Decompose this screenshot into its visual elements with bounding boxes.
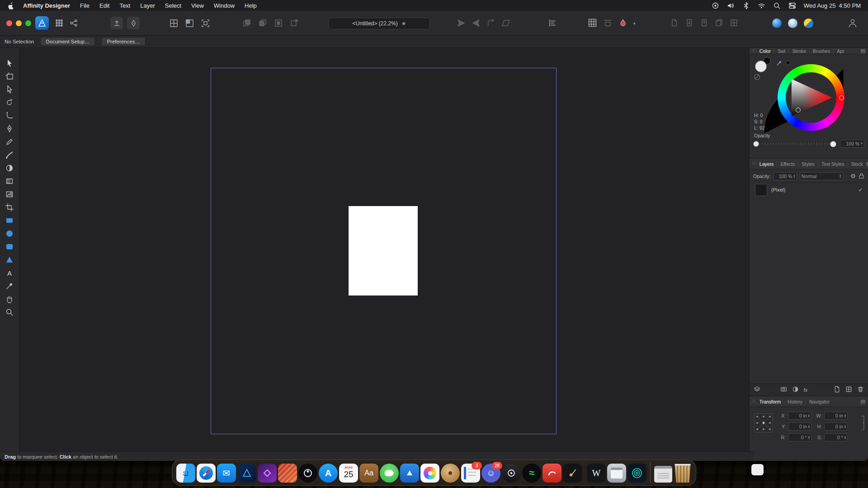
color-triangle[interactable] <box>789 76 833 119</box>
opacity-slider-knob[interactable] <box>830 141 836 147</box>
secondary-color-dot[interactable] <box>786 61 790 65</box>
panel-grip-icon[interactable]: ⠿ <box>752 49 755 53</box>
hue-selector[interactable] <box>839 95 844 100</box>
favorite-star-icon[interactable]: ★ <box>401 20 406 27</box>
spotify-icon[interactable]: ≈ <box>522 464 541 483</box>
guides-icon[interactable] <box>603 18 613 29</box>
insert-on-top-icon[interactable] <box>242 19 251 29</box>
zoom-tool[interactable] <box>4 308 15 317</box>
page-arrow-down-icon[interactable] <box>685 19 693 29</box>
menu-edit[interactable]: Edit <box>99 2 109 9</box>
finder-icon[interactable] <box>176 464 195 483</box>
dictionary-icon[interactable]: Aa <box>359 464 378 483</box>
y-value-box[interactable]: 0 in▴▾ <box>788 422 811 431</box>
tab-swatches[interactable]: Swt <box>774 48 789 54</box>
new-pixel-layer-icon[interactable] <box>845 386 852 394</box>
volume-icon[interactable] <box>727 2 735 9</box>
apple-menu-icon[interactable] <box>7 2 15 9</box>
teal-rings-app-icon[interactable] <box>627 464 646 483</box>
safari-icon[interactable] <box>197 464 216 483</box>
panel-menu-icon[interactable]: ▤ <box>861 48 865 54</box>
spotlight-search-icon[interactable] <box>773 2 781 9</box>
menu-file[interactable]: File <box>80 2 90 9</box>
snapping-candidates-icon[interactable] <box>185 19 194 30</box>
stepper-icon[interactable]: ▴▾ <box>793 174 795 178</box>
tab-color[interactable]: Color <box>756 48 774 54</box>
layer-thumbnail[interactable] <box>755 184 767 196</box>
cursor-left-icon[interactable] <box>472 19 481 29</box>
rotate-handle-icon[interactable] <box>486 19 495 29</box>
artboard-tool[interactable] <box>4 72 15 81</box>
utilities-app-icon[interactable] <box>607 464 626 483</box>
blue-app-icon[interactable] <box>400 464 419 483</box>
saturation-lightness-selector[interactable] <box>796 108 801 113</box>
ellipse-tool[interactable] <box>4 229 15 238</box>
tab-appearance[interactable]: Apr <box>833 48 847 54</box>
obs-icon[interactable] <box>298 464 317 483</box>
menu-layer[interactable]: Layer <box>140 2 155 9</box>
wifi-icon[interactable] <box>758 2 765 9</box>
triangle-tool[interactable] <box>4 255 15 264</box>
tan-circle-app-icon[interactable] <box>441 464 460 483</box>
music-app-icon[interactable] <box>563 464 582 483</box>
color-cycle-icon[interactable] <box>618 19 627 29</box>
link-dimensions-icon[interactable] <box>861 415 865 431</box>
x-value-box[interactable]: 0 in▴▾ <box>788 412 811 420</box>
mask-layer-icon[interactable] <box>780 386 787 394</box>
pencil-tool[interactable] <box>4 137 15 146</box>
opacity-slider[interactable] <box>762 143 837 145</box>
layer-visibility-checkbox[interactable]: ✓ <box>859 187 863 193</box>
podcasts-icon[interactable] <box>502 464 521 483</box>
move-tool[interactable] <box>4 59 15 68</box>
replace-selection-icon[interactable] <box>290 19 299 29</box>
node-tool[interactable] <box>4 85 15 94</box>
zoom-window-button[interactable] <box>25 20 31 26</box>
w-value-box[interactable]: 0 in▴▾ <box>824 412 848 420</box>
anchor-point-selector[interactable] <box>754 413 773 432</box>
control-center-icon[interactable] <box>788 2 796 9</box>
adjustment-layer-icon[interactable] <box>792 386 799 394</box>
h-value-box[interactable]: 0 in▴▾ <box>824 422 848 431</box>
snapping-bounds-icon[interactable] <box>201 19 210 30</box>
affinity-publisher-icon[interactable] <box>278 464 297 483</box>
document-title[interactable]: <Untitled> (22.2%) ★ <box>329 18 430 29</box>
cursor-right-icon[interactable] <box>457 19 466 29</box>
page-grid-icon[interactable] <box>730 19 738 29</box>
photos-icon[interactable] <box>420 464 439 483</box>
rounded-rectangle-tool[interactable] <box>4 242 15 251</box>
red-app-icon[interactable] <box>542 464 561 483</box>
tab-navigator[interactable]: Navigator <box>806 399 833 404</box>
panel-menu-icon[interactable]: ▤ <box>861 399 865 404</box>
insert-behind-icon[interactable] <box>258 19 267 29</box>
opacity-value-box[interactable]: 100 % ▾ <box>840 140 864 148</box>
canvas-area[interactable] <box>19 48 749 461</box>
delete-layer-trash-icon[interactable] <box>857 386 864 394</box>
persona-grid-icon[interactable] <box>55 19 63 29</box>
vector-brush-tool[interactable] <box>4 150 15 160</box>
place-image-tool[interactable] <box>4 190 15 199</box>
account-person-icon[interactable] <box>847 18 858 30</box>
tab-transform[interactable]: Transform <box>756 399 784 404</box>
new-layer-icon[interactable] <box>834 386 840 394</box>
stepper-icon[interactable]: ▴▾ <box>840 174 841 178</box>
layer-effects-button[interactable]: fx <box>804 387 808 393</box>
view-hand-tool[interactable] <box>4 295 15 304</box>
pixel-persona-icon[interactable] <box>127 17 140 29</box>
tab-history[interactable]: History <box>784 399 806 404</box>
grid-toggle-icon[interactable] <box>588 18 597 29</box>
menu-text[interactable]: Text <box>119 2 130 9</box>
swap-colors-icon[interactable] <box>750 166 868 174</box>
fill-tool[interactable] <box>4 164 15 173</box>
trash-icon[interactable] <box>674 464 692 483</box>
discord-icon[interactable]: ☺ 28 <box>481 464 500 483</box>
menu-view[interactable]: View <box>191 2 204 9</box>
menu-window[interactable]: Window <box>214 2 235 9</box>
corner-tool[interactable] <box>4 111 15 120</box>
dual-sphere-icon[interactable] <box>804 19 813 28</box>
insert-inside-icon[interactable] <box>274 19 283 29</box>
fill-color-swatch[interactable] <box>755 61 767 72</box>
alignment-icon[interactable] <box>548 19 557 29</box>
word-icon[interactable]: W <box>587 464 606 483</box>
bluetooth-icon[interactable] <box>742 2 750 9</box>
preferences-button[interactable]: Preferences… <box>101 37 146 46</box>
